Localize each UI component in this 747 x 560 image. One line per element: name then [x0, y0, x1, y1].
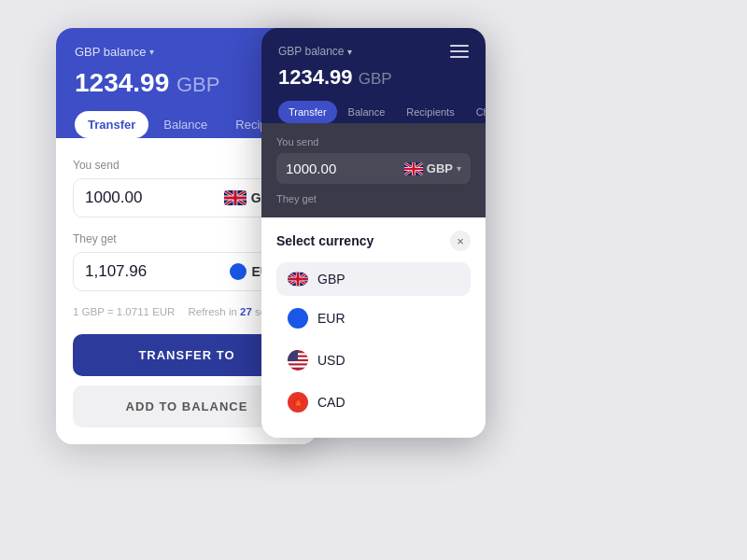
option-usd-flag-icon	[288, 350, 308, 371]
currency-option-cad[interactable]: 🍁 CAD	[276, 383, 471, 422]
currency-option-gbp[interactable]: GBP	[276, 262, 471, 296]
dark-currency-selector[interactable]: GBP ▾	[404, 161, 461, 175]
balance-label[interactable]: GBP balance ▾	[75, 45, 154, 59]
option-cad-name: CAD	[317, 395, 345, 410]
dark-you-send-amount: 1000.00	[286, 161, 404, 176]
dark-you-send-row[interactable]: 1000.00 GBP ▾	[276, 153, 471, 184]
dark-header-top: GBP balance ▾	[278, 45, 469, 58]
dark-menu-icon[interactable]	[450, 45, 469, 58]
svg-rect-8	[288, 350, 298, 361]
close-dropdown-button[interactable]: ×	[450, 231, 471, 251]
dark-tab-recipients[interactable]: Recipients	[396, 101, 464, 123]
dark-tab-bar: Transfer Balance Recipients Ch...	[278, 101, 469, 123]
svg-rect-7	[288, 366, 308, 368]
option-gbp-flag-icon	[288, 272, 308, 287]
option-usd-name: USD	[317, 353, 345, 368]
dark-balance-amount: 1234.99 GBP	[278, 65, 469, 90]
dropdown-title-row: Select currency ×	[276, 231, 471, 251]
option-gbp-name: GBP	[317, 272, 345, 287]
dark-they-get-label: They get	[276, 193, 471, 204]
they-get-amount: 1,107.96	[85, 262, 230, 281]
dark-card-mid: You send 1000.00 GBP ▾ They get	[261, 123, 486, 217]
gbp-flag-icon	[224, 190, 247, 205]
currency-option-usd[interactable]: USD	[276, 341, 471, 380]
secondary-card: GBP balance ▾ 1234.99 GBP Transfer Balan…	[261, 28, 486, 438]
eur-flag-icon	[230, 263, 247, 280]
dark-balance-label[interactable]: GBP balance ▾	[278, 45, 352, 58]
tab-balance[interactable]: Balance	[150, 111, 220, 138]
you-send-amount: 1000.00	[85, 189, 224, 207]
dark-currency-name: GBP	[427, 161, 453, 175]
option-eur-flag-icon	[288, 308, 308, 329]
dropdown-title: Select currency	[276, 233, 374, 248]
dark-card-header: GBP balance ▾ 1234.99 GBP Transfer Balan…	[261, 28, 486, 123]
dark-balance-chevron-icon: ▾	[347, 47, 352, 57]
currency-option-eur[interactable]: EUR	[276, 299, 471, 338]
scene: GBP balance ▾ 1234.99 GBP Transfer Balan…	[56, 28, 691, 532]
option-eur-name: EUR	[317, 311, 345, 326]
dark-gbp-flag-icon	[404, 162, 423, 175]
dark-currency-chevron-icon: ▾	[457, 163, 461, 174]
svg-rect-6	[288, 361, 308, 363]
tab-transfer[interactable]: Transfer	[75, 111, 148, 138]
option-cad-flag-icon: 🍁	[288, 392, 308, 413]
dark-tab-balance[interactable]: Balance	[338, 101, 396, 123]
currency-dropdown: Select currency × GBP EUR	[261, 217, 486, 438]
dark-tab-transfer[interactable]: Transfer	[278, 101, 337, 123]
dark-tab-more[interactable]: Ch...	[466, 101, 486, 123]
dark-you-send-label: You send	[276, 136, 471, 147]
balance-chevron-icon: ▾	[149, 47, 154, 57]
